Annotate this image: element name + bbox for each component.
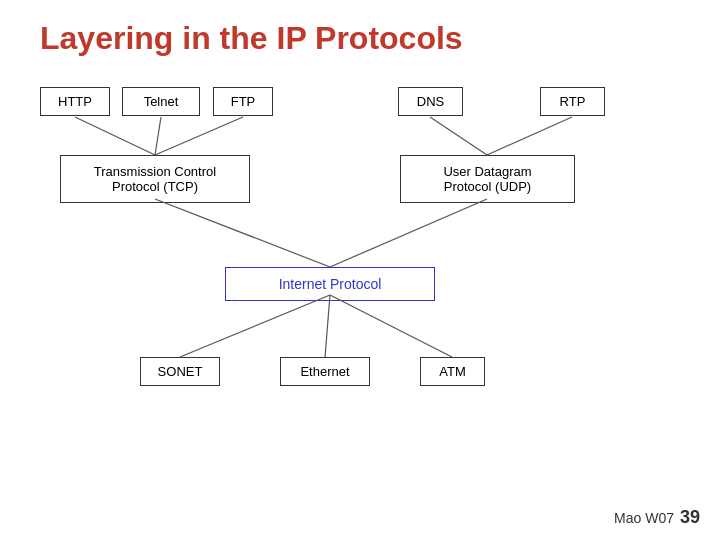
ftp-box: FTP	[213, 87, 273, 116]
footer-page: 39	[680, 507, 700, 528]
svg-line-9	[330, 295, 452, 357]
ethernet-box: Ethernet	[280, 357, 370, 386]
sonet-box: SONET	[140, 357, 220, 386]
udp-box: User Datagram Protocol (UDP)	[400, 155, 575, 203]
svg-line-5	[155, 199, 330, 267]
svg-line-1	[155, 117, 161, 155]
atm-box: ATM	[420, 357, 485, 386]
footer: Mao W07 39	[614, 507, 700, 528]
diagram: HTTP Telnet FTP DNS RTP Transmission Con…	[40, 87, 680, 467]
svg-line-4	[487, 117, 572, 155]
ip-box: Internet Protocol	[225, 267, 435, 301]
telnet-box: Telnet	[122, 87, 200, 116]
http-box: HTTP	[40, 87, 110, 116]
tcp-box: Transmission Control Protocol (TCP)	[60, 155, 250, 203]
page: Layering in the IP Protocols HTTP Telnet…	[0, 0, 720, 540]
svg-line-7	[180, 295, 330, 357]
svg-line-0	[75, 117, 155, 155]
rtp-box: RTP	[540, 87, 605, 116]
svg-line-6	[330, 199, 487, 267]
page-title: Layering in the IP Protocols	[40, 20, 680, 57]
svg-line-8	[325, 295, 330, 357]
svg-line-2	[155, 117, 243, 155]
svg-line-3	[430, 117, 487, 155]
footer-label: Mao W07	[614, 510, 674, 526]
dns-box: DNS	[398, 87, 463, 116]
